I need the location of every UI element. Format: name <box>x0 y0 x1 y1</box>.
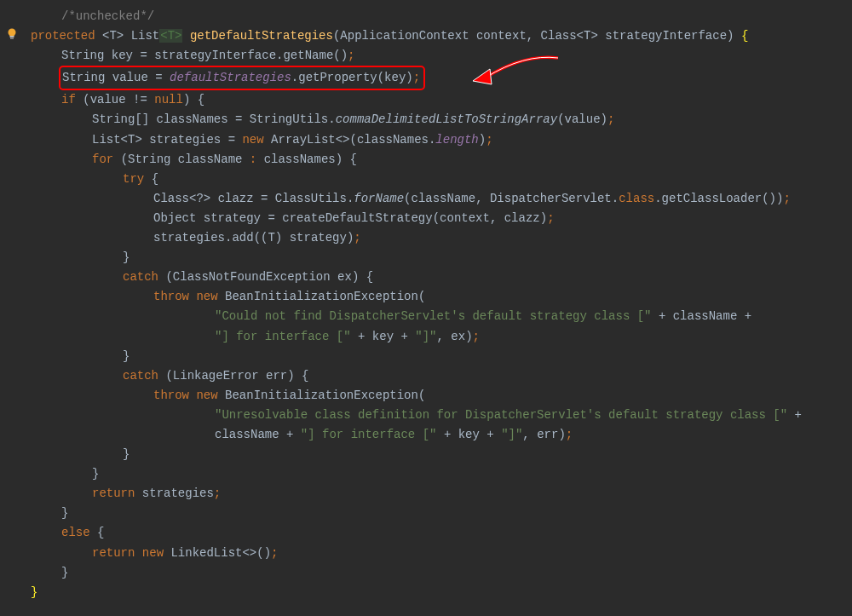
code-line: "Could not find DispatcherServlet's defa… <box>31 307 852 326</box>
code-line: Class<?> clazz = ClassUtils.forName(clas… <box>31 189 852 209</box>
svg-rect-2 <box>10 38 14 40</box>
code-line: String key = strategyInterface.getName()… <box>31 46 852 66</box>
intention-bulb-icon[interactable] <box>5 27 19 41</box>
svg-point-0 <box>9 29 16 37</box>
code-line: catch (ClassNotFoundException ex) { <box>31 268 852 287</box>
code-line: protected <T> List<T> getDefaultStrategi… <box>31 26 852 46</box>
code-line: for (String className : classNames) { <box>31 150 852 170</box>
code-line: if (value != null) { <box>31 90 852 110</box>
code-line: Object strategy = createDefaultStrategy(… <box>31 209 852 228</box>
code-line: } <box>31 347 852 366</box>
code-line: throw new BeanInitializationException( <box>31 386 852 406</box>
code-line: } <box>31 445 852 464</box>
code-line: } <box>31 248 852 268</box>
code-line: return strategies; <box>31 484 852 504</box>
code-line: throw new BeanInitializationException( <box>31 287 852 307</box>
annotation-red-box: String value = defaultStrategies.getProp… <box>59 66 425 90</box>
code-line: } <box>31 464 852 484</box>
code-line: else { <box>31 523 852 543</box>
code-line: return new LinkedList<>(); <box>31 544 852 563</box>
code-line: /*unchecked*/ <box>31 7 852 26</box>
code-line: "] for interface [" + key + "]", ex); <box>31 327 852 347</box>
code-line: try { <box>31 170 852 189</box>
code-line: } <box>31 583 852 602</box>
code-line: } <box>31 504 852 523</box>
code-line: } <box>31 563 852 583</box>
code-line: List<T> strategies = new ArrayList<>(cla… <box>31 130 852 150</box>
code-editor[interactable]: /*unchecked*/ protected <T> List<T> getD… <box>0 7 852 602</box>
code-line: strategies.add((T) strategy); <box>31 228 852 248</box>
highlighted-code-line: String value = defaultStrategies.getProp… <box>31 66 852 90</box>
code-line: "Unresolvable class definition for Dispa… <box>31 406 852 425</box>
comment: /*unchecked*/ <box>61 9 154 23</box>
code-line: String[] classNames = StringUtils.commaD… <box>31 110 852 130</box>
svg-rect-1 <box>10 36 14 37</box>
gutter <box>5 27 19 48</box>
code-line: catch (LinkageError err) { <box>31 366 852 386</box>
code-line: className + "] for interface [" + key + … <box>31 425 852 445</box>
type-parameter-highlight: <T> <box>159 29 182 43</box>
